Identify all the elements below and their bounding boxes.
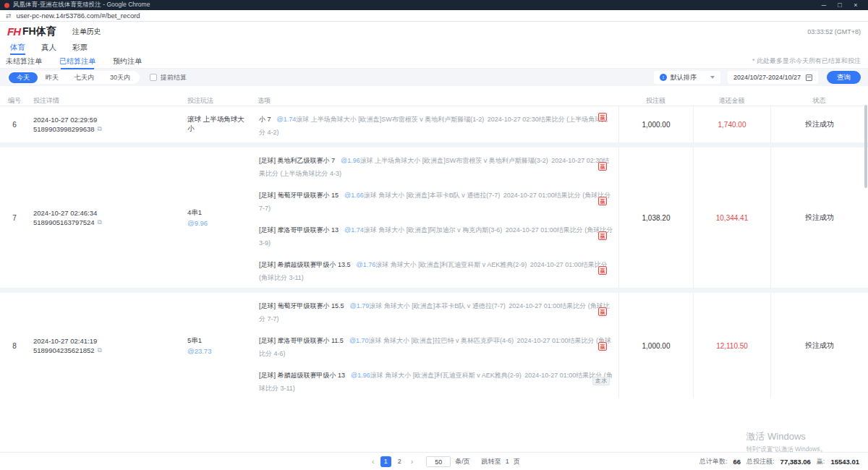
leg-market: 滚球 角球大小 [欧洲盘]: [364, 226, 430, 234]
bet-id: 5189905163797524⧉: [33, 218, 179, 226]
total-count-value: 66: [733, 458, 741, 466]
minimize-button[interactable]: ─: [816, 1, 832, 9]
sub-tab-未结算注单[interactable]: 未结算注单: [6, 56, 42, 67]
payout-amount: 12,110.50: [716, 342, 748, 350]
search-button[interactable]: 查询: [827, 71, 861, 84]
column-header-编号: 编号: [0, 96, 29, 106]
leg-pick-line: 小 15@1.66: [323, 192, 364, 199]
leg-odds: @1.79: [350, 302, 370, 309]
next-page-button[interactable]: ›: [409, 457, 415, 466]
maximize-button[interactable]: □: [832, 1, 848, 9]
copy-icon[interactable]: ⧉: [98, 218, 102, 226]
leg-pick-line: 小 7@1.96: [323, 157, 360, 164]
bet-leg: [足球] 葡萄牙甲级联赛小 15.5@1.79滚球 角球大小 [欧洲盘]本菲卡B…: [258, 298, 614, 324]
bet-leg: 小 7@1.74滚球 上半场角球大小 [欧洲盘]SW布雷根茨 v 奥地利卢斯滕瑙…: [258, 111, 614, 137]
pagination: ‹ 12 › 50 条/页 跳转至 1 页: [370, 456, 520, 467]
column-header-选项: 选项: [253, 96, 618, 106]
bet-amount: 1,038.20: [642, 214, 671, 222]
column-header-退还金额: 退还金额: [693, 96, 770, 106]
bet-id: 5189903998299638⧉: [33, 125, 179, 133]
leg-league: [足球] 葡萄牙甲级联赛: [259, 302, 323, 309]
main-tab-彩票[interactable]: 彩票: [72, 43, 88, 53]
table-footer: ‹ 12 › 50 条/页 跳转至 1 页 总计单数: 66 总投注额: 77,…: [0, 452, 868, 470]
sort-dropdown[interactable]: ↕ 默认排序: [654, 71, 720, 84]
bet-id-value: 5189905163797524: [33, 218, 95, 226]
play-type: 4串1: [187, 208, 249, 218]
early-settle-checkbox-wrap[interactable]: 提前结算: [150, 73, 187, 82]
jump-suffix: 页: [514, 457, 520, 466]
copy-icon[interactable]: ⧉: [98, 346, 102, 354]
leg-pick: 小 15: [323, 192, 339, 199]
sort-icon: ↕: [660, 74, 667, 81]
range-pill-七天内[interactable]: 七天内: [67, 72, 102, 83]
bet-number: 6: [4, 121, 25, 129]
page-size-label: 条/页: [455, 457, 470, 466]
status-badge: 投注成功: [805, 341, 834, 351]
win-badge: 赢: [598, 231, 607, 240]
leg-match: 利瓦迪亚科斯 v AEK雅典(2-9) 2024-10-27 01:00: [436, 372, 576, 379]
leg-match: 本菲卡B队 v 通德拉(7-7) 2024-10-27 01:00: [430, 192, 555, 199]
app-header: FH FH体育 注单历史 03:33:52 (GMT+8): [0, 22, 868, 41]
leg-match: 阿加迪尔 v 梅克内斯(3-6) 2024-10-27 01:00: [430, 226, 557, 234]
main-tab-体育[interactable]: 体育: [10, 43, 25, 53]
site-favicon-icon: [4, 3, 9, 8]
leg-odds: @1.96: [351, 372, 370, 379]
date-range-input[interactable]: 2024/10/27-2024/10/27: [728, 71, 818, 84]
tab-switch-icon[interactable]: ⇄: [6, 12, 12, 20]
url-text[interactable]: user-pc-new.14r53786.com/#/bet_record: [17, 12, 140, 20]
leg-pick: 小 13.5: [330, 261, 351, 268]
status-badge: 投注成功: [805, 213, 834, 223]
win-badge: 赢: [598, 342, 607, 351]
bet-id: 5189904235621852⧉: [33, 346, 179, 354]
win-badge: 赢: [598, 113, 607, 121]
bet-number: 7: [4, 214, 25, 222]
leg-pick: 小 13: [330, 372, 346, 379]
leg-pick: 小 15.5: [323, 302, 344, 309]
copy-icon[interactable]: ⧉: [98, 125, 102, 133]
browser-urlbar: ⇄ user-pc-new.14r53786.com/#/bet_record: [0, 10, 868, 22]
leg-pick-line: 小 11.5@1.70: [323, 337, 369, 344]
sub-tab-已结算注单[interactable]: 已结算注单: [59, 56, 95, 67]
summary-totals: 总计单数: 66 总投注额: 77,383.06 赢: 15543.01: [699, 457, 859, 466]
vertical-scrollbar[interactable]: [864, 105, 867, 188]
close-button[interactable]: ×: [848, 1, 864, 9]
bet-leg: [足球] 摩洛哥甲级联赛小 11.5@1.70滚球 角球大小 [欧洲盘]拉巴特 …: [258, 333, 614, 359]
leg-market: 滚球 角球大小 [欧洲盘]: [369, 337, 435, 344]
date-range-pills: 今天昨天七天内30天内: [7, 71, 140, 84]
row-separator: [0, 142, 868, 148]
main-tabs: 体育真人彩票: [0, 41, 868, 54]
leg-pick-line: 小 15.5@1.79: [323, 302, 370, 309]
early-settle-checkbox[interactable]: [150, 74, 157, 81]
total-win-value: 15543.01: [830, 458, 859, 466]
row-separator: [0, 288, 868, 293]
page-button-2[interactable]: 2: [394, 456, 405, 467]
chevron-down-icon: [710, 76, 715, 79]
range-pill-昨天[interactable]: 昨天: [38, 72, 67, 83]
bet-id-value: 5189904235621852: [33, 346, 95, 354]
leg-odds: @1.70: [349, 337, 369, 344]
leg-market: 滚球 角球大小 [欧洲盘]: [370, 372, 436, 379]
play-type: 5串1: [187, 336, 249, 346]
payout-amount: 10,344.41: [716, 214, 749, 222]
leg-odds: @1.74: [344, 226, 364, 234]
column-header-投注玩法: 投注玩法: [183, 96, 253, 106]
bet-leg: [足球] 奥地利乙级联赛小 7@1.96滚球 上半场角球大小 [欧洲盘]SW布雷…: [258, 153, 614, 179]
bet-leg: [足球] 希腊超级联赛甲级小 13.5@1.76滚球 角球大小 [欧洲盘]利瓦迪…: [258, 257, 614, 283]
main-tab-真人[interactable]: 真人: [41, 43, 56, 53]
page-size-input[interactable]: 50: [426, 456, 451, 467]
page-button-1[interactable]: 1: [380, 456, 391, 467]
leg-match: 拉巴特 v 奥林匹克萨菲(4-6) 2024-10-27 01:00: [435, 337, 569, 344]
range-pill-今天[interactable]: 今天: [9, 72, 38, 83]
range-pill-30天内[interactable]: 30天内: [102, 72, 138, 83]
leg-pick: 小 13: [323, 226, 339, 234]
sub-tabs: 未结算注单已结算注单预约注单 * 此处最多显示今天所有已结算和投注: [0, 54, 868, 69]
bet-amount: 1,000.00: [642, 342, 671, 350]
jump-label: 跳转至: [482, 457, 501, 466]
leg-odds: @1.74: [277, 116, 297, 123]
jump-page-input[interactable]: 1: [506, 458, 509, 465]
column-header-投注详情: 投注详情: [29, 96, 183, 106]
prev-page-button[interactable]: ‹: [370, 457, 376, 466]
server-clock: 03:33:52 (GMT+8): [807, 28, 861, 35]
sub-tab-预约注单[interactable]: 预约注单: [113, 56, 142, 67]
win-badge: 赢: [598, 266, 607, 275]
